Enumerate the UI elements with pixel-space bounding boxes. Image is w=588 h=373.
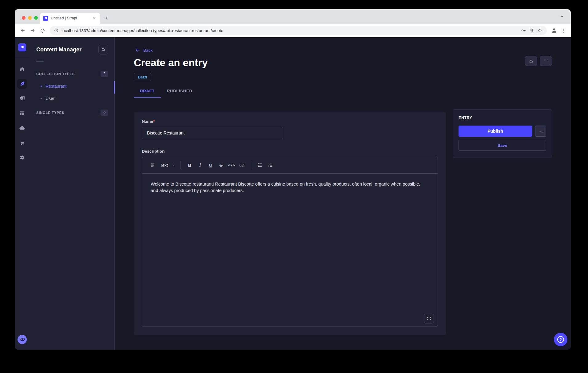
desktop-background: Untitled | Strapi ✕ + local bbox=[0, 0, 588, 373]
bullet-icon bbox=[41, 86, 42, 87]
browser-window: Untitled | Strapi ✕ + local bbox=[15, 9, 571, 350]
zoom-page-icon[interactable] bbox=[529, 28, 534, 33]
help-button[interactable]: ? bbox=[554, 333, 567, 346]
strapi-app: KD Content Manager COLLECTION TYPES 2 bbox=[15, 37, 571, 350]
expand-editor-button[interactable] bbox=[424, 314, 434, 323]
sidebar-item-restaurant[interactable]: Restaurant bbox=[30, 80, 114, 92]
bullet-icon bbox=[41, 98, 42, 99]
collection-types-label: COLLECTION TYPES bbox=[36, 72, 75, 76]
back-arrow-icon bbox=[135, 48, 140, 53]
paragraph-align-icon[interactable] bbox=[148, 161, 157, 170]
question-mark-icon: ? bbox=[557, 336, 564, 343]
toolbar-separator bbox=[181, 161, 181, 169]
content-manager-icon[interactable] bbox=[17, 79, 27, 89]
status-badge: Draft bbox=[134, 73, 151, 81]
bullet-list-icon[interactable] bbox=[256, 161, 265, 170]
entry-panel: ENTRY Publish ··· Save bbox=[453, 109, 552, 158]
toolbar-separator bbox=[251, 161, 251, 169]
browser-toolbar: localhost:1337/admin/content-manager/col… bbox=[15, 24, 571, 37]
name-field-label: Name* bbox=[142, 119, 155, 124]
name-input[interactable] bbox=[142, 127, 283, 139]
tab-close-icon[interactable]: ✕ bbox=[92, 15, 97, 21]
rich-text-editor: Text B I U S </> bbox=[142, 157, 438, 327]
single-types-count-badge: 0 bbox=[101, 110, 108, 116]
back-nav-icon[interactable] bbox=[18, 26, 28, 35]
italic-button[interactable]: I bbox=[196, 161, 205, 170]
sidebar-item-label: Restaurant bbox=[46, 84, 66, 89]
url-text[interactable]: localhost:1337/admin/content-manager/col… bbox=[62, 28, 518, 33]
numbered-list-icon[interactable] bbox=[266, 161, 275, 170]
publish-button[interactable]: Publish bbox=[459, 126, 532, 137]
chevron-down-icon bbox=[172, 163, 175, 167]
main-content: Back Create an entry Draft DRAFT PUBLISH… bbox=[115, 37, 571, 350]
tab-published[interactable]: PUBLISHED bbox=[161, 86, 198, 98]
settings-gear-icon[interactable] bbox=[17, 153, 27, 162]
bold-button[interactable]: B bbox=[185, 161, 194, 170]
download-icon bbox=[529, 58, 534, 63]
main-nav-rail: KD bbox=[15, 37, 30, 350]
search-button[interactable] bbox=[98, 45, 108, 54]
description-field-label: Description bbox=[142, 149, 165, 154]
tab-list-chevron-icon[interactable] bbox=[558, 13, 566, 21]
entry-more-button[interactable]: ··· bbox=[535, 126, 546, 137]
strikethrough-button[interactable]: S bbox=[217, 161, 226, 170]
site-info-icon[interactable] bbox=[54, 28, 58, 33]
entry-form-card: Name* Description Text bbox=[134, 112, 446, 335]
home-icon[interactable] bbox=[17, 64, 27, 74]
sidebar-item-user[interactable]: User bbox=[30, 92, 114, 105]
content-type-builder-icon[interactable] bbox=[17, 108, 27, 118]
strapi-favicon-icon bbox=[43, 16, 48, 21]
back-link[interactable]: Back bbox=[135, 48, 153, 53]
sidebar-divider bbox=[36, 61, 44, 62]
save-button[interactable]: Save bbox=[459, 140, 546, 151]
entry-panel-title: ENTRY bbox=[459, 116, 546, 120]
back-label: Back bbox=[143, 48, 153, 53]
profile-avatar-icon[interactable] bbox=[549, 26, 559, 35]
code-button[interactable]: </> bbox=[227, 161, 236, 170]
collection-types-count-badge: 2 bbox=[101, 71, 108, 77]
tab-title: Untitled | Strapi bbox=[51, 16, 89, 20]
block-style-dropdown[interactable]: Text bbox=[158, 161, 177, 170]
browser-tab-strip: Untitled | Strapi ✕ + bbox=[15, 9, 571, 24]
bookmark-star-icon[interactable] bbox=[537, 28, 542, 33]
header-actions: ··· bbox=[525, 56, 552, 66]
browser-menu-icon[interactable]: ⋮ bbox=[559, 26, 568, 35]
sidebar-item-label: User bbox=[46, 96, 55, 101]
media-library-icon[interactable] bbox=[17, 94, 27, 103]
browser-tab[interactable]: Untitled | Strapi ✕ bbox=[40, 13, 100, 24]
tab-draft-label: DRAFT bbox=[140, 89, 155, 93]
more-options-button[interactable]: ··· bbox=[540, 56, 552, 66]
cloud-icon[interactable] bbox=[17, 123, 27, 133]
window-controls bbox=[22, 16, 38, 20]
sidebar-title: Content Manager bbox=[36, 46, 81, 53]
content-row: Name* Description Text bbox=[134, 112, 571, 335]
rail-divider bbox=[15, 57, 30, 57]
single-types-label: SINGLE TYPES bbox=[36, 111, 64, 114]
marketplace-cart-icon[interactable] bbox=[17, 138, 27, 148]
block-style-value: Text bbox=[160, 163, 168, 168]
active-tab-underline bbox=[134, 97, 161, 98]
export-download-button[interactable] bbox=[525, 56, 537, 66]
password-key-icon[interactable] bbox=[521, 28, 526, 33]
maximize-window-button[interactable] bbox=[34, 16, 38, 20]
editor-toolbar: Text B I U S </> bbox=[142, 157, 438, 174]
link-icon[interactable] bbox=[237, 161, 247, 170]
minimize-window-button[interactable] bbox=[28, 16, 32, 20]
close-window-button[interactable] bbox=[22, 16, 26, 20]
version-tabs: DRAFT PUBLISHED bbox=[134, 86, 571, 98]
expand-icon bbox=[427, 316, 431, 321]
underline-button[interactable]: U bbox=[206, 161, 215, 170]
forward-nav-icon[interactable] bbox=[28, 26, 38, 35]
user-avatar[interactable]: KD bbox=[18, 335, 27, 344]
content-manager-sidebar: Content Manager COLLECTION TYPES 2 Resta… bbox=[30, 37, 115, 350]
reload-icon[interactable] bbox=[38, 26, 47, 35]
address-bar[interactable]: localhost:1337/admin/content-manager/col… bbox=[50, 26, 547, 35]
strapi-logo[interactable] bbox=[18, 43, 26, 51]
new-tab-button[interactable]: + bbox=[103, 14, 111, 22]
required-asterisk: * bbox=[153, 119, 155, 124]
page-title: Create an entry bbox=[134, 57, 571, 69]
editor-content[interactable]: Welcome to Biscotte restaurant! Restaura… bbox=[142, 174, 437, 327]
tab-published-label: PUBLISHED bbox=[167, 89, 192, 93]
tab-draft[interactable]: DRAFT bbox=[134, 86, 161, 98]
